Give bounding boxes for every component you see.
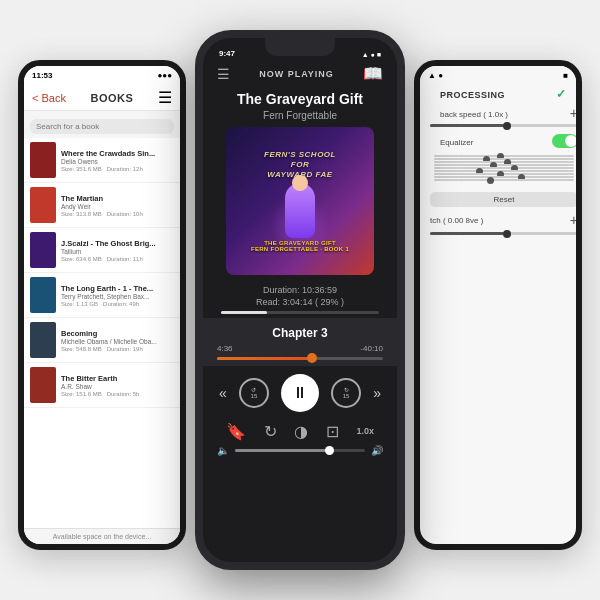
chapter-title: Chapter 3 <box>217 326 383 340</box>
pitch-label: tch ( 0.00 8ve ) <box>430 216 483 225</box>
book-author: Delia Owens <box>61 158 174 165</box>
center-signal-icons: ▲ ● ■ <box>362 51 381 58</box>
bottom-icons-row: 🔖 ↻ ◑ ⊡ 1.0x <box>203 418 397 443</box>
eq-slider-5[interactable] <box>434 167 574 169</box>
list-item[interactable]: The Martian Andy Weir Size: 313.8 MB Dur… <box>24 183 180 228</box>
reset-button[interactable]: Reset <box>430 192 578 207</box>
forward-fast-button[interactable]: » <box>373 385 381 401</box>
search-input[interactable] <box>30 119 174 134</box>
book-thumb <box>30 277 56 313</box>
eq-band-5 <box>430 167 578 169</box>
book-author: Michelle Obama / Michelle Oba... <box>61 338 174 345</box>
phone-right: ▲ ● ■ PROCESSING ✓ back speed ( 1.0x ) +… <box>414 60 582 550</box>
book-meta: Size: 313.8 MB Duration: 10h <box>61 211 174 217</box>
brightness-button[interactable]: ◑ <box>294 422 308 441</box>
pitch-plus-button[interactable]: + <box>570 212 578 228</box>
forward-15-button[interactable]: ↻ 15 <box>331 378 361 408</box>
volume-max-icon: 🔊 <box>371 445 383 456</box>
main-progress-bar[interactable] <box>203 311 397 314</box>
center-time: 9:47 <box>219 49 235 58</box>
eq-slider-6[interactable] <box>434 170 574 172</box>
notch <box>265 38 335 56</box>
book-author: Andy Weir <box>61 203 174 210</box>
center-book-title: The Graveyard Gift <box>203 87 397 108</box>
play-pause-button[interactable]: ⏸ <box>281 374 319 412</box>
eq-band-9 <box>430 179 578 181</box>
speed-slider-container <box>420 122 582 131</box>
refresh-button[interactable]: ↻ <box>264 422 277 441</box>
center-nav-bar: ☰ NOW PLAYING 📖 <box>203 60 397 87</box>
list-item[interactable]: The Bitter Earth A.R. Shaw Size: 151.6 M… <box>24 363 180 408</box>
books-title: BOOKS <box>91 92 134 104</box>
speed-row: back speed ( 1.0x ) + <box>420 104 582 122</box>
search-bar <box>24 111 180 138</box>
left-time: 11:53 <box>32 71 52 80</box>
airplay-button[interactable]: ⊡ <box>326 422 339 441</box>
speed-thumb <box>503 122 511 130</box>
speed-plus-button[interactable]: + <box>570 106 578 120</box>
speed-fill <box>430 124 504 127</box>
volume-min-icon: 🔈 <box>217 445 229 456</box>
cover-figure <box>285 183 315 238</box>
speed-label: back speed ( 1.0x ) <box>430 107 518 120</box>
list-item[interactable]: Becoming Michelle Obama / Michelle Oba..… <box>24 318 180 363</box>
cover-art: FERN'S SCHOOLFORWAYWARD FAE THE GRAVEYAR… <box>226 127 374 275</box>
book-meta: Size: 548.8 MB Duration: 19h <box>61 346 174 352</box>
volume-fill <box>235 449 326 452</box>
progress-track <box>221 311 379 314</box>
book-thumb <box>30 142 56 178</box>
eq-slider-3[interactable] <box>434 161 574 163</box>
back-button[interactable]: < Back <box>32 92 66 104</box>
list-item[interactable]: Where the Crawdads Sin... Delia Owens Si… <box>24 138 180 183</box>
list-item[interactable]: The Long Earth - 1 - The... Terry Pratch… <box>24 273 180 318</box>
book-title: The Bitter Earth <box>61 374 174 383</box>
chapter-progress-track[interactable] <box>217 357 383 360</box>
now-playing-label: NOW PLAYING <box>259 69 334 79</box>
book-meta: Size: 1.13 GB Duration: 49h <box>61 301 174 307</box>
chapter-progress-thumb <box>307 353 317 363</box>
left-top-bar: < Back BOOKS ☰ <box>24 84 180 111</box>
bookmark-button[interactable]: 🔖 <box>226 422 246 441</box>
book-title: Becoming <box>61 329 174 338</box>
book-icon[interactable]: 📖 <box>363 64 383 83</box>
processing-title: PROCESSING <box>430 86 515 102</box>
eq-band-6 <box>430 170 578 172</box>
menu-icon[interactable]: ☰ <box>158 88 172 107</box>
right-content: back speed ( 1.0x ) + Equalizer <box>420 104 582 550</box>
eq-band-4 <box>430 164 578 166</box>
book-meta: Size: 151.6 MB Duration: 5h <box>61 391 174 397</box>
eq-band-7 <box>430 173 578 175</box>
eq-slider-8[interactable] <box>434 176 574 178</box>
speed-button[interactable]: 1.0x <box>357 426 375 436</box>
rewind-fast-button[interactable]: « <box>219 385 227 401</box>
time-remaining: -40:10 <box>360 344 383 353</box>
book-title: Where the Crawdads Sin... <box>61 149 174 158</box>
speed-track[interactable] <box>430 124 578 127</box>
right-wifi: ▲ ● <box>428 71 443 80</box>
menu-icon[interactable]: ☰ <box>217 66 230 82</box>
eq-slider-7[interactable] <box>434 173 574 175</box>
book-meta: Size: 351.6 MB Duration: 12h <box>61 166 174 172</box>
list-item[interactable]: J.Scalzi - The Ghost Brig... Tallium Siz… <box>24 228 180 273</box>
chapter-bar: Chapter 3 4:36 -40:10 <box>203 318 397 366</box>
checkmark-icon[interactable]: ✓ <box>556 87 566 101</box>
pitch-track[interactable] <box>430 232 578 235</box>
eq-band-1 <box>430 155 578 157</box>
equalizer-row: Equalizer <box>420 131 582 151</box>
duration-info: Duration: 10:36:59 <box>203 283 397 297</box>
eq-slider-9[interactable] <box>434 179 574 181</box>
eq-band-3 <box>430 161 578 163</box>
eq-slider-4[interactable] <box>434 164 574 166</box>
equalizer-toggle[interactable] <box>552 134 578 148</box>
rewind-15-button[interactable]: ↺ 15 <box>239 378 269 408</box>
left-signal: ●●● <box>158 71 173 80</box>
eq-slider-1[interactable] <box>434 155 574 157</box>
pitch-fill <box>430 232 504 235</box>
right-battery: ■ <box>563 71 568 80</box>
left-status-bar: 11:53 ●●● <box>24 66 180 84</box>
read-info: Read: 3:04:14 ( 29% ) <box>203 297 397 311</box>
volume-track[interactable] <box>235 449 365 452</box>
book-thumb <box>30 187 56 223</box>
book-author: A.R. Shaw <box>61 383 174 390</box>
book-author: Tallium <box>61 248 174 255</box>
